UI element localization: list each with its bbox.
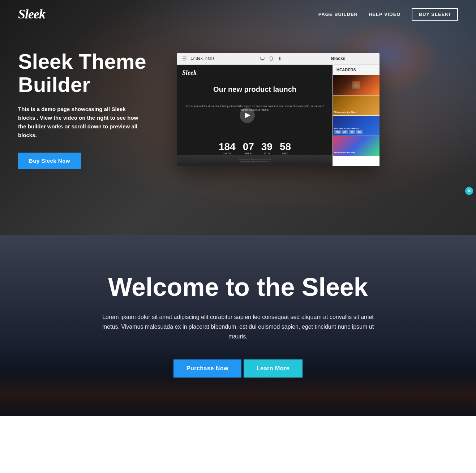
sidebar-img-4: Welcome to the Slee... xyxy=(333,136,379,156)
countdown-days-label: DAYS xyxy=(219,152,236,155)
horizon-overlay xyxy=(0,372,476,416)
welcome-title: Welcome to the Sleek xyxy=(94,273,383,301)
logo: Sleek xyxy=(18,7,45,22)
nav-links: PAGE BUILDER HELP VIDEO BUY SLEEK! xyxy=(318,8,458,21)
mockup-body: Sleek Our new product launch Lorem ipsum… xyxy=(177,65,379,166)
mockup-window: ☰ index.html Blocks xyxy=(177,53,379,166)
hero-content: Sleek Theme Builder This is a demo page … xyxy=(0,28,476,198)
sidebar-item-4[interactable]: Welcome to the Slee... xyxy=(333,136,379,156)
countdown-min: 39 MIN xyxy=(261,142,273,155)
mockup-titlebar: ☰ index.html Blocks xyxy=(177,53,379,65)
mockup-menu-icon: ☰ index.html xyxy=(182,56,215,61)
mini-countdown-3: 19 xyxy=(349,130,355,134)
sidebar-item-3[interactable]: Our new product launch. 190 08 19 10 xyxy=(333,116,379,136)
hero-description: This is a demo page showcasing all Sleek… xyxy=(18,105,141,140)
hero-text: Sleek Theme Builder This is a demo page … xyxy=(18,50,155,169)
purchase-now-button[interactable]: Purchase Now xyxy=(173,359,241,378)
play-button[interactable] xyxy=(240,108,255,123)
countdown-days: 184 DAYS xyxy=(219,142,236,155)
welcome-content: Welcome to the Sleek Lorem ipsum dolor s… xyxy=(94,273,383,378)
mockup-main-preview: Sleek Our new product launch Lorem ipsum… xyxy=(177,65,333,166)
sidebar-item-1[interactable]: 🌅 xyxy=(333,75,379,95)
svg-point-4 xyxy=(271,59,271,60)
countdown-hrs-num: 07 xyxy=(243,142,254,152)
welcome-description: Lorem ipsum dolor sit amet adipiscing el… xyxy=(94,312,383,342)
navbar: Sleek PAGE BUILDER HELP VIDEO BUY SLEEK! xyxy=(0,0,476,28)
mockup-inner-subtext: Lorem ipsum dolor sit amet adipiscing el… xyxy=(177,105,333,112)
tablet-icon xyxy=(269,56,274,61)
sidebar-item-2[interactable]: Welcome to the Slee... xyxy=(333,95,379,116)
hero-title: Sleek Theme Builder xyxy=(18,50,155,96)
mockup-inner-logo: Sleek xyxy=(182,69,197,77)
countdown-sec-num: 58 xyxy=(280,142,291,152)
svg-rect-0 xyxy=(261,57,264,59)
mockup-url: index.html xyxy=(191,56,215,61)
nav-page-builder[interactable]: PAGE BUILDER xyxy=(318,12,358,17)
desktop-icon xyxy=(260,56,265,61)
learn-more-button[interactable]: Learn More xyxy=(244,359,303,378)
countdown-min-num: 39 xyxy=(261,142,273,152)
mockup-container: ☰ index.html Blocks xyxy=(177,53,379,166)
mockup-inner-headline: Our new product launch xyxy=(177,85,333,94)
sidebar-img-1: 🌅 xyxy=(333,75,379,95)
sidebar-blocks-header: HEADERS xyxy=(333,65,379,75)
mockup-countdown: 184 DAYS 07 HRS 39 MIN xyxy=(177,142,333,155)
mini-countdown-2: 08 xyxy=(342,130,348,134)
countdown-hrs: 07 HRS xyxy=(243,142,254,155)
mini-countdown-4: 10 xyxy=(356,130,363,134)
sidebar-img-3: Our new product launch. 190 08 19 10 xyxy=(333,116,379,136)
countdown-hrs-label: HRS xyxy=(243,152,254,155)
mobile-icon xyxy=(277,56,282,61)
countdown-sec-label: SEC xyxy=(280,152,291,155)
nav-help-video[interactable]: HELP VIDEO xyxy=(369,12,401,17)
sidebar-img-2: Welcome to the Slee... xyxy=(333,95,379,115)
hamburger-icon: ☰ xyxy=(182,56,187,61)
nav-buy-button[interactable]: BUY SLEEK! xyxy=(412,8,458,21)
countdown-days-num: 184 xyxy=(219,142,236,152)
countdown-sec: 58 SEC xyxy=(280,142,291,155)
countdown-min-label: MIN xyxy=(261,152,273,155)
mockup-sidebar: HEADERS 🌅 xyxy=(333,65,379,166)
welcome-section: Welcome to the Sleek Lorem ipsum dolor s… xyxy=(0,235,476,416)
headers-label: HEADERS xyxy=(336,68,356,72)
hero-section: Sleek PAGE BUILDER HELP VIDEO BUY SLEEK!… xyxy=(0,0,476,235)
mini-countdown-1: 190 xyxy=(334,130,341,134)
hero-cta-button[interactable]: Buy Sleek Now xyxy=(18,153,81,169)
mockup-controls xyxy=(260,56,282,61)
welcome-buttons: Purchase Now Learn More xyxy=(94,359,383,378)
blocks-label: Blocks xyxy=(327,56,374,61)
